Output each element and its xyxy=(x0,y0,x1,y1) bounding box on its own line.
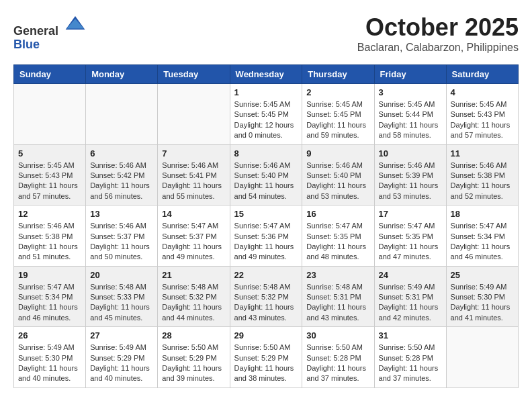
location-title: Baclaran, Calabarzon, Philippines xyxy=(357,42,519,54)
weekday-header-friday: Friday xyxy=(374,65,446,84)
day-number: 6 xyxy=(90,148,153,158)
day-number: 13 xyxy=(90,209,153,219)
day-number: 1 xyxy=(234,87,298,97)
day-number: 10 xyxy=(379,148,442,158)
calendar-cell: 15Sunrise: 5:47 AM Sunset: 5:36 PM Dayli… xyxy=(230,205,302,267)
weekday-header-sunday: Sunday xyxy=(14,65,86,84)
day-number: 29 xyxy=(234,330,298,340)
day-info: Sunrise: 5:45 AM Sunset: 5:43 PM Dayligh… xyxy=(18,161,81,202)
day-info: Sunrise: 5:49 AM Sunset: 5:31 PM Dayligh… xyxy=(379,282,442,324)
day-number: 8 xyxy=(234,148,298,158)
day-number: 22 xyxy=(234,270,298,280)
calendar-cell: 31Sunrise: 5:50 AM Sunset: 5:28 PM Dayli… xyxy=(374,327,446,388)
weekday-header-saturday: Saturday xyxy=(446,65,518,84)
day-info: Sunrise: 5:46 AM Sunset: 5:40 PM Dayligh… xyxy=(306,161,369,202)
calendar-cell: 26Sunrise: 5:49 AM Sunset: 5:30 PM Dayli… xyxy=(14,327,86,388)
day-info: Sunrise: 5:46 AM Sunset: 5:40 PM Dayligh… xyxy=(234,161,298,202)
day-number: 12 xyxy=(18,209,81,219)
day-info: Sunrise: 5:46 AM Sunset: 5:41 PM Dayligh… xyxy=(162,161,225,202)
calendar-cell xyxy=(158,84,230,145)
calendar-cell: 13Sunrise: 5:46 AM Sunset: 5:37 PM Dayli… xyxy=(86,205,158,267)
calendar-cell: 20Sunrise: 5:48 AM Sunset: 5:33 PM Dayli… xyxy=(86,266,158,327)
weekday-header-row: SundayMondayTuesdayWednesdayThursdayFrid… xyxy=(14,65,519,84)
calendar-cell: 6Sunrise: 5:46 AM Sunset: 5:42 PM Daylig… xyxy=(86,144,158,205)
day-number: 3 xyxy=(379,87,442,97)
day-number: 11 xyxy=(451,148,514,158)
page-header: General Blue October 2025 Baclaran, Cala… xyxy=(13,13,519,54)
day-number: 28 xyxy=(162,330,225,340)
calendar-cell: 11Sunrise: 5:46 AM Sunset: 5:38 PM Dayli… xyxy=(446,144,518,205)
day-number: 16 xyxy=(306,209,369,219)
weekday-header-monday: Monday xyxy=(86,65,158,84)
logo-blue: Blue xyxy=(13,38,86,52)
day-info: Sunrise: 5:48 AM Sunset: 5:32 PM Dayligh… xyxy=(162,282,225,324)
day-info: Sunrise: 5:46 AM Sunset: 5:38 PM Dayligh… xyxy=(451,161,514,202)
logo: General Blue xyxy=(13,13,86,52)
day-info: Sunrise: 5:45 AM Sunset: 5:45 PM Dayligh… xyxy=(306,99,369,141)
day-info: Sunrise: 5:47 AM Sunset: 5:34 PM Dayligh… xyxy=(18,282,81,324)
calendar-cell: 16Sunrise: 5:47 AM Sunset: 5:35 PM Dayli… xyxy=(302,205,374,267)
day-number: 20 xyxy=(90,270,153,280)
logo-general-text: General xyxy=(13,24,58,38)
calendar-cell: 17Sunrise: 5:47 AM Sunset: 5:35 PM Dayli… xyxy=(374,205,446,267)
day-info: Sunrise: 5:49 AM Sunset: 5:30 PM Dayligh… xyxy=(18,342,81,384)
day-info: Sunrise: 5:47 AM Sunset: 5:36 PM Dayligh… xyxy=(234,221,298,263)
day-info: Sunrise: 5:47 AM Sunset: 5:37 PM Dayligh… xyxy=(162,221,225,263)
calendar-cell: 2Sunrise: 5:45 AM Sunset: 5:45 PM Daylig… xyxy=(302,84,374,145)
day-info: Sunrise: 5:47 AM Sunset: 5:35 PM Dayligh… xyxy=(306,221,369,263)
calendar-cell: 27Sunrise: 5:49 AM Sunset: 5:29 PM Dayli… xyxy=(86,327,158,388)
logo-icon xyxy=(64,13,86,35)
calendar-week-row: 19Sunrise: 5:47 AM Sunset: 5:34 PM Dayli… xyxy=(14,266,519,327)
day-number: 23 xyxy=(306,270,369,280)
month-title: October 2025 xyxy=(357,13,519,42)
day-number: 27 xyxy=(90,330,153,340)
day-info: Sunrise: 5:48 AM Sunset: 5:31 PM Dayligh… xyxy=(306,282,369,324)
day-number: 15 xyxy=(234,209,298,219)
logo-blue-text: Blue xyxy=(13,38,40,51)
day-number: 4 xyxy=(451,87,514,97)
day-number: 31 xyxy=(379,330,442,340)
calendar-cell: 8Sunrise: 5:46 AM Sunset: 5:40 PM Daylig… xyxy=(230,144,302,205)
calendar-cell: 30Sunrise: 5:50 AM Sunset: 5:28 PM Dayli… xyxy=(302,327,374,388)
calendar: SundayMondayTuesdayWednesdayThursdayFrid… xyxy=(13,64,519,388)
day-info: Sunrise: 5:50 AM Sunset: 5:29 PM Dayligh… xyxy=(162,342,225,384)
calendar-week-row: 1Sunrise: 5:45 AM Sunset: 5:45 PM Daylig… xyxy=(14,84,519,145)
calendar-cell xyxy=(14,84,86,145)
calendar-cell xyxy=(86,84,158,145)
calendar-cell: 1Sunrise: 5:45 AM Sunset: 5:45 PM Daylig… xyxy=(230,84,302,145)
calendar-cell: 7Sunrise: 5:46 AM Sunset: 5:41 PM Daylig… xyxy=(158,144,230,205)
weekday-header-thursday: Thursday xyxy=(302,65,374,84)
day-number: 5 xyxy=(18,148,81,158)
day-info: Sunrise: 5:49 AM Sunset: 5:29 PM Dayligh… xyxy=(90,342,153,384)
calendar-cell: 25Sunrise: 5:49 AM Sunset: 5:30 PM Dayli… xyxy=(446,266,518,327)
day-info: Sunrise: 5:47 AM Sunset: 5:34 PM Dayligh… xyxy=(451,221,514,263)
day-info: Sunrise: 5:49 AM Sunset: 5:30 PM Dayligh… xyxy=(451,282,514,324)
day-info: Sunrise: 5:46 AM Sunset: 5:37 PM Dayligh… xyxy=(90,221,153,263)
weekday-header-wednesday: Wednesday xyxy=(230,65,302,84)
day-info: Sunrise: 5:46 AM Sunset: 5:38 PM Dayligh… xyxy=(18,221,81,263)
calendar-cell: 22Sunrise: 5:48 AM Sunset: 5:32 PM Dayli… xyxy=(230,266,302,327)
calendar-cell: 5Sunrise: 5:45 AM Sunset: 5:43 PM Daylig… xyxy=(14,144,86,205)
day-number: 30 xyxy=(306,330,369,340)
calendar-cell: 3Sunrise: 5:45 AM Sunset: 5:44 PM Daylig… xyxy=(374,84,446,145)
calendar-week-row: 26Sunrise: 5:49 AM Sunset: 5:30 PM Dayli… xyxy=(14,327,519,388)
calendar-cell: 24Sunrise: 5:49 AM Sunset: 5:31 PM Dayli… xyxy=(374,266,446,327)
calendar-cell xyxy=(446,327,518,388)
day-number: 7 xyxy=(162,148,225,158)
day-info: Sunrise: 5:48 AM Sunset: 5:33 PM Dayligh… xyxy=(90,282,153,324)
calendar-cell: 14Sunrise: 5:47 AM Sunset: 5:37 PM Dayli… xyxy=(158,205,230,267)
day-info: Sunrise: 5:50 AM Sunset: 5:28 PM Dayligh… xyxy=(379,342,442,384)
day-number: 26 xyxy=(18,330,81,340)
day-number: 14 xyxy=(162,209,225,219)
calendar-cell: 4Sunrise: 5:45 AM Sunset: 5:43 PM Daylig… xyxy=(446,84,518,145)
day-info: Sunrise: 5:45 AM Sunset: 5:43 PM Dayligh… xyxy=(451,99,514,141)
weekday-header-tuesday: Tuesday xyxy=(158,65,230,84)
calendar-cell: 18Sunrise: 5:47 AM Sunset: 5:34 PM Dayli… xyxy=(446,205,518,267)
day-info: Sunrise: 5:45 AM Sunset: 5:44 PM Dayligh… xyxy=(379,99,442,141)
calendar-cell: 10Sunrise: 5:46 AM Sunset: 5:39 PM Dayli… xyxy=(374,144,446,205)
day-number: 9 xyxy=(306,148,369,158)
day-number: 25 xyxy=(451,270,514,280)
calendar-cell: 28Sunrise: 5:50 AM Sunset: 5:29 PM Dayli… xyxy=(158,327,230,388)
day-number: 2 xyxy=(306,87,369,97)
title-section: October 2025 Baclaran, Calabarzon, Phili… xyxy=(357,13,519,54)
